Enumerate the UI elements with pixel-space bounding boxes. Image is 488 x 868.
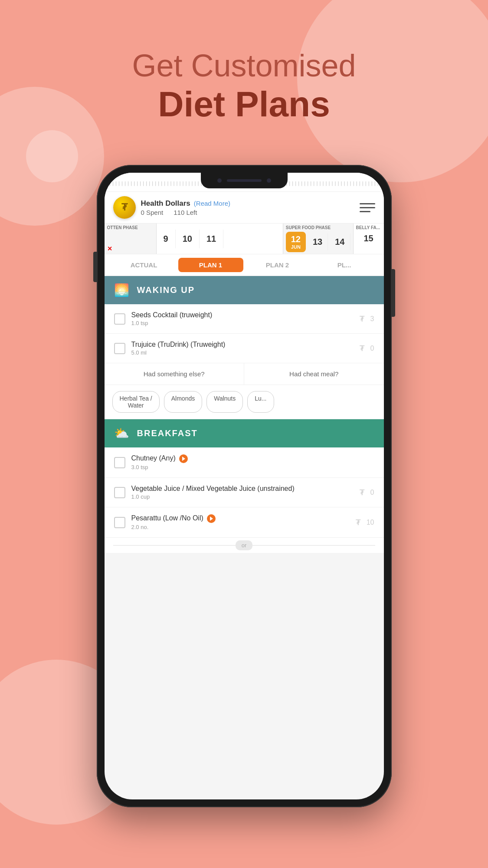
waking-icon: 🌅 (114, 283, 130, 297)
food-item-pesarattu: Pesarattu (Low /No Oil) 2.0 no. ₮ 10 (105, 507, 384, 538)
date-num-10: 10 (183, 234, 192, 244)
action-row-waking: Had something else? Had cheat meal? (105, 363, 384, 385)
balance-row: 0 Spent 110 Left (141, 209, 360, 216)
current-date-badge[interactable]: 12 JUN (286, 232, 306, 252)
tab-plan1[interactable]: PLAN 1 (178, 258, 243, 272)
chip-lu[interactable]: Lu... (247, 391, 274, 413)
phone-wrapper: ||||||||||||||||||||||||||||||||||||||||… (97, 165, 392, 807)
had-something-btn[interactable]: Had something else? (105, 363, 245, 385)
side-button-right (392, 269, 395, 317)
food-qty-trujuice: 5.0 ml (131, 349, 354, 356)
coin-icon-veg-juice: ₮ (360, 488, 364, 497)
or-divider: or (105, 538, 384, 553)
header-row: ₮ Health Dollars (Read More) 0 Spent 110… (105, 192, 384, 224)
phone-screen: ||||||||||||||||||||||||||||||||||||||||… (105, 173, 384, 799)
hero-section: Get Customised Diet Plans (0, 48, 488, 125)
phase-right-label: BELLY FA... (356, 225, 381, 230)
dollars-row: Health Dollars (Read More) (141, 199, 360, 208)
notch-dot-left (217, 178, 222, 183)
left-text: 110 Left (174, 209, 197, 216)
chip-walnuts[interactable]: Walnuts (206, 391, 243, 413)
food-item-chutney: Chutney (Any) 3.0 tsp (105, 447, 384, 478)
date-num-14: 14 (335, 237, 344, 247)
food-name-pesarattu: Pesarattu (Low /No Oil) (131, 514, 350, 523)
food-name-seeds: Seeds Cocktail (truweight) (131, 311, 354, 319)
side-button-left (93, 252, 97, 282)
coin-symbol: ₮ (121, 202, 128, 213)
food-name-chutney: Chutney (Any) (131, 454, 374, 463)
waking-up-header: 🌅 WAKING UP (105, 276, 384, 304)
health-dollars-label: Health Dollars (141, 199, 190, 208)
food-qty-pesarattu: 2.0 no. (131, 524, 350, 530)
hamburger-line-1 (360, 203, 375, 204)
phase-strip: OTTEN PHASE ✕ 9 10 11 (105, 224, 384, 254)
date-10[interactable]: 10 (176, 230, 200, 248)
hamburger-menu[interactable] (360, 203, 375, 212)
phase-close-icon[interactable]: ✕ (107, 245, 154, 252)
date-14[interactable]: 14 (330, 233, 350, 250)
coin-icon-seeds: ₮ (360, 314, 364, 324)
breakfast-header: ⛅ BREAKFAST (105, 419, 384, 447)
food-qty-seeds: 1.0 tsp (131, 320, 354, 326)
date-15[interactable]: 15 (356, 230, 381, 247)
plan-tabs: ACTUAL PLAN 1 PLAN 2 PL... (105, 254, 384, 276)
food-points-pesarattu: 10 (367, 519, 374, 526)
checkbox-chutney[interactable] (114, 457, 125, 468)
food-item-seeds: Seeds Cocktail (truweight) 1.0 tsp ₮ 3 (105, 304, 384, 334)
header-info: Health Dollars (Read More) 0 Spent 110 L… (136, 199, 360, 216)
date-11[interactable]: 11 (200, 230, 223, 248)
coin-avatar: ₮ (113, 196, 136, 219)
waking-title: WAKING UP (137, 285, 195, 295)
notch-dot-right (267, 178, 271, 183)
checkbox-veg-juice[interactable] (114, 487, 125, 498)
chips-row: Herbal Tea /Water Almonds Walnuts Lu... (105, 385, 384, 419)
food-info-trujuice: Trujuice (TruDrink) (Truweight) 5.0 ml (131, 341, 354, 356)
phone-notch (201, 173, 288, 188)
date-num-13: 13 (313, 237, 322, 247)
breakfast-title: BREAKFAST (137, 428, 198, 438)
hamburger-line-2 (360, 207, 375, 208)
food-points-trujuice: 0 (370, 345, 374, 352)
checkbox-seeds[interactable] (114, 313, 125, 325)
food-points-veg-juice: 0 (370, 489, 374, 496)
current-date-num: 12 (291, 234, 301, 244)
checkbox-trujuice[interactable] (114, 343, 125, 354)
or-line-right (252, 545, 375, 546)
checkbox-pesarattu[interactable] (114, 517, 125, 528)
chip-herbal-tea[interactable]: Herbal Tea /Water (112, 391, 160, 413)
read-more-link[interactable]: (Read More) (194, 200, 230, 207)
play-icon-pesarattu[interactable] (207, 514, 216, 523)
hero-line2: Diet Plans (0, 84, 488, 125)
food-name-trujuice: Trujuice (TruDrink) (Truweight) (131, 341, 354, 349)
coin-icon-pesarattu: ₮ (356, 518, 360, 527)
tab-plan2[interactable]: PLAN 2 (245, 258, 310, 272)
or-line-left (113, 545, 236, 546)
notch-speaker (227, 179, 262, 182)
play-icon-chutney[interactable] (179, 454, 188, 463)
date-13[interactable]: 13 (308, 233, 328, 250)
food-info-seeds: Seeds Cocktail (truweight) 1.0 tsp (131, 311, 354, 326)
spent-text: 0 Spent (141, 209, 164, 216)
hero-line1: Get Customised (0, 48, 488, 84)
phase-left-label: OTTEN PHASE (107, 225, 154, 230)
phase-center-label: SUPER FOOD PHASE (286, 225, 350, 230)
tab-plan3[interactable]: PL... (312, 258, 377, 272)
or-text: or (236, 540, 253, 550)
date-num-9: 9 (164, 234, 168, 244)
phone-frame: ||||||||||||||||||||||||||||||||||||||||… (97, 165, 392, 807)
bg-circle-small (26, 130, 78, 182)
date-9[interactable]: 9 (157, 230, 176, 248)
food-qty-chutney: 3.0 tsp (131, 464, 374, 470)
food-info-veg-juice: Vegetable Juice / Mixed Vegetable Juice … (131, 485, 354, 500)
food-info-pesarattu: Pesarattu (Low /No Oil) 2.0 no. (131, 514, 350, 530)
date-num-15: 15 (364, 233, 373, 243)
food-name-veg-juice: Vegetable Juice / Mixed Vegetable Juice … (131, 485, 354, 493)
chip-almonds[interactable]: Almonds (164, 391, 202, 413)
hamburger-line-3 (360, 211, 370, 212)
food-qty-veg-juice: 1.0 cup (131, 493, 354, 500)
food-item-veg-juice: Vegetable Juice / Mixed Vegetable Juice … (105, 478, 384, 507)
tab-actual[interactable]: ACTUAL (111, 258, 177, 272)
food-points-seeds: 3 (370, 315, 374, 323)
food-info-chutney: Chutney (Any) 3.0 tsp (131, 454, 374, 470)
had-cheat-btn[interactable]: Had cheat meal? (244, 363, 384, 385)
